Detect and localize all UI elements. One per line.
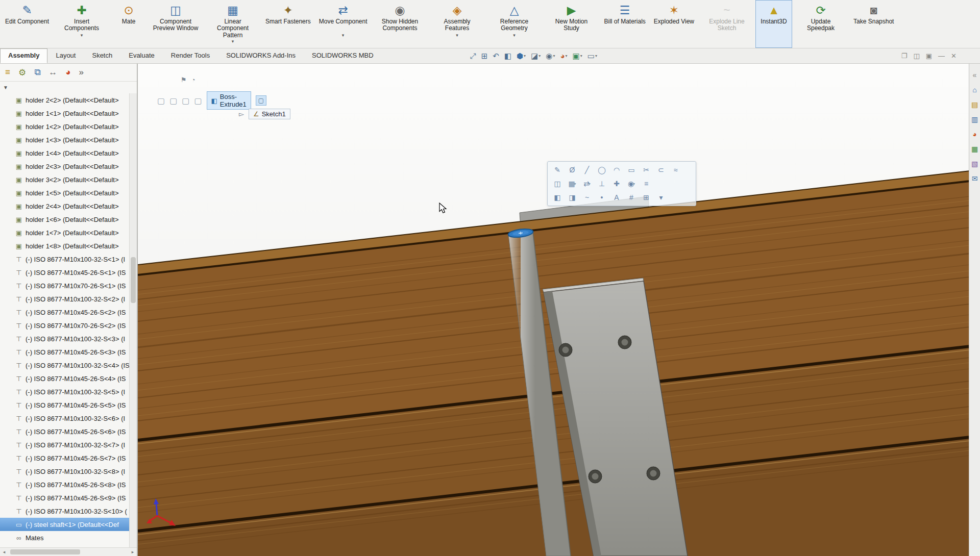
tree-item[interactable]: ▣ holder 1<4> (Default<<Default> — [0, 146, 130, 160]
dropdown-caret-icon[interactable]: ▾ — [342, 33, 345, 38]
tree-item[interactable]: ▣ holder 1<2> (Default<<Default> — [0, 120, 130, 133]
ribbon-tab[interactable]: Layout — [47, 48, 84, 63]
breadcrumb-history-icon[interactable]: ◔ — [191, 76, 195, 84]
tree-flyout-arrow[interactable]: ▼ — [0, 82, 137, 93]
exploded-view-button[interactable]: ✶ Exploded View — [650, 0, 698, 48]
tree-item[interactable]: ⊤ (-) ISO 8677-M10x45-26-S<5> (IS — [0, 398, 130, 412]
instant3d-button[interactable]: ▲ Instant3D — [755, 0, 792, 48]
ribbon-tab[interactable]: Render Tools — [163, 48, 218, 63]
tree-item[interactable]: ⊤ (-) ISO 8677-M10x100-32-S<1> (I — [0, 252, 130, 266]
dropdown-caret-icon[interactable]: ▾ — [633, 182, 635, 186]
text-icon[interactable]: A — [610, 191, 623, 204]
breadcrumb-sketch-chip[interactable]: ∠ Sketch1 — [249, 109, 290, 119]
mirror-entities-icon[interactable]: ◫ — [551, 178, 564, 190]
tree-item[interactable]: ▣ holder 2<3> (Default<<Default> — [0, 160, 130, 173]
plane-icon[interactable]: ◧ — [551, 191, 564, 204]
window-minimize-icon[interactable]: — — [938, 52, 945, 60]
tree-item[interactable]: ⊤ (-) ISO 8677-M10x100-32-S<10> ( — [0, 504, 130, 518]
window-tile-icon[interactable]: ◫ — [914, 52, 920, 60]
taskpane-collapse-icon[interactable]: « — [973, 71, 977, 79]
scenes-icon[interactable]: ▦ — [971, 145, 978, 153]
zoom-to-area-icon[interactable]: ⊞ — [480, 52, 489, 61]
tree-item[interactable]: ▣ holder 3<2> (Default<<Default> — [0, 173, 130, 186]
scrollbar-thumb[interactable] — [10, 549, 80, 554]
view-settings-icon[interactable]: ▭ ▾ — [586, 52, 599, 61]
section-view-icon[interactable]: ◧ — [503, 52, 513, 61]
linear-sketch-pattern-icon[interactable]: ▦ ▾ — [566, 178, 579, 190]
tree-item[interactable]: ▣ holder 1<8> (Default<<Default> — [0, 239, 130, 252]
tree-vertical-scrollbar[interactable] — [129, 93, 137, 548]
tree-item[interactable]: ▭ (-) steel shaft<1> (Default<<Def — [0, 518, 130, 531]
design-library-icon[interactable]: ▤ — [971, 100, 978, 109]
configurationmanager-icon[interactable]: ⧉ — [34, 67, 40, 78]
display-style-icon[interactable]: ◪ ▾ — [529, 52, 542, 61]
more-tools-icon[interactable]: ▾ — [654, 191, 668, 204]
dropdown-caret-icon[interactable]: ▾ — [524, 54, 526, 58]
tree-item[interactable]: ▣ holder 1<7> (Default<<Default> — [0, 226, 130, 239]
ribbon-tab[interactable]: SOLIDWORKS Add-Ins — [218, 48, 304, 63]
ribbon-tab[interactable]: Sketch — [84, 48, 120, 63]
tree-item[interactable]: ▣ holder 2<4> (Default<<Default> — [0, 199, 130, 213]
3d-sketch-icon[interactable]: ◨ — [566, 191, 579, 204]
construction-geometry-icon[interactable]: # — [625, 191, 638, 204]
reference-geometry-button[interactable]: △ Reference Geometry ▾ — [485, 0, 543, 48]
tree-item[interactable]: ⊤ (-) ISO 8677-M10x100-32-S<8> (I — [0, 465, 130, 478]
tree-item[interactable]: ⊤ (-) ISO 8677-M10x45-26-S<3> (IS — [0, 345, 130, 359]
hide-show-items-icon[interactable]: ◉ ▾ — [544, 52, 556, 61]
displaymanager-icon[interactable]: ◕ — [65, 67, 70, 78]
scrollbar-track[interactable] — [8, 548, 129, 556]
home-icon[interactable]: ⌂ — [972, 86, 976, 94]
bill-of-materials-button[interactable]: ☰ Bill of Materials — [600, 0, 649, 48]
tree-item[interactable]: ⊤ (-) ISO 8677-M10x70-26-S<1> (IS — [0, 279, 130, 292]
dropdown-caret-icon[interactable]: ▾ — [456, 33, 458, 38]
line-icon[interactable]: ╱ — [580, 164, 594, 176]
tree-item[interactable]: ⊤ (-) ISO 8677-M10x100-32-S<6> (I — [0, 412, 130, 425]
dropdown-caret-icon[interactable]: ▾ — [81, 33, 83, 38]
tree-item[interactable]: ⊤ (-) ISO 8677-M10x45-26-S<4> (IS — [0, 372, 130, 385]
tree-item[interactable]: ⊤ (-) ISO 8677-M10x100-32-S<7> (I — [0, 438, 130, 451]
tree-item[interactable]: ⊤ (-) ISO 8677-M10x100-32-S<4> (IS — [0, 359, 130, 372]
breadcrumb-pin-icon[interactable]: ⚑ — [181, 76, 187, 84]
view-orientation-icon[interactable]: ⬢ ▾ — [515, 52, 527, 61]
tree-item[interactable]: ⊤ (-) ISO 8677-M10x70-26-S<2> (IS — [0, 319, 130, 332]
window-cascade-icon[interactable]: ❐ — [901, 52, 908, 60]
scroll-right-arrow-icon[interactable]: ▸ — [129, 549, 137, 554]
edit-appearance-icon[interactable]: ◕ ▾ — [558, 52, 569, 60]
window-restore-icon[interactable]: ▣ — [926, 52, 932, 60]
dropdown-caret-icon[interactable]: ▾ — [232, 39, 234, 44]
tree-item[interactable]: ⊤ (-) ISO 8677-M10x100-32-S<2> (I — [0, 292, 130, 306]
tree-item[interactable]: ⊤ (-) ISO 8677-M10x45-26-S<9> (IS — [0, 491, 130, 504]
dropdown-caret-icon[interactable]: ▾ — [513, 33, 516, 38]
assembly-features-button[interactable]: ◈ Assembly Features ▾ — [428, 0, 485, 48]
dropdown-caret-icon[interactable]: ▾ — [538, 54, 541, 58]
new-motion-study-button[interactable]: ▶ New Motion Study — [543, 0, 600, 48]
trim-entities-icon[interactable]: ✂ — [640, 164, 653, 176]
ribbon-tab[interactable]: Assembly — [0, 48, 47, 63]
tree-item[interactable]: ⊤ (-) ISO 8677-M10x100-32-S<3> (I — [0, 332, 130, 345]
previous-view-icon[interactable]: ↶ — [491, 52, 501, 61]
smart-fasteners-button[interactable]: ✦ Smart Fasteners — [261, 0, 315, 48]
dropdown-caret-icon[interactable]: ▾ — [574, 182, 576, 186]
tree-item[interactable]: ▣ holder 1<1> (Default<<Default> — [0, 107, 130, 120]
propertymanager-icon[interactable]: ⚙ — [18, 67, 26, 78]
scroll-left-arrow-icon[interactable]: ◂ — [0, 549, 8, 554]
tree-item[interactable]: ⊤ (-) ISO 8677-M10x45-26-S<7> (IS — [0, 451, 130, 465]
breadcrumb-component-icon[interactable]: ▢ — [169, 96, 177, 106]
sketch-icon[interactable]: ✎ — [551, 164, 564, 176]
circle-icon[interactable]: ◯ — [595, 164, 608, 176]
tree-item[interactable]: ⊤ (-) ISO 8677-M10x45-26-S<6> (IS — [0, 425, 130, 438]
tree-item[interactable]: ▣ holder 1<6> (Default<<Default> — [0, 213, 130, 226]
show-hidden-components-button[interactable]: ◉ Show Hidden Components — [371, 0, 428, 48]
sketch-options-icon[interactable]: ≡ — [640, 178, 653, 190]
breadcrumb-body-icon[interactable]: ▢ — [256, 95, 266, 106]
display-relations-icon[interactable]: ⊥ — [595, 178, 608, 190]
breadcrumb-component-icon[interactable]: ▢ — [157, 96, 165, 106]
convert-entities-icon[interactable]: ⊂ — [654, 164, 668, 176]
breadcrumb-feature-chip[interactable]: ◧ Boss-Extrude1 — [207, 91, 251, 110]
quick-snaps-icon[interactable]: ◉ ▾ — [625, 178, 638, 190]
dropdown-caret-icon[interactable]: ▾ — [595, 54, 597, 58]
edit-component-button[interactable]: ✎ Edit Component — [1, 0, 53, 48]
ribbon-tab[interactable]: SOLIDWORKS MBD — [304, 48, 382, 63]
file-explorer-icon[interactable]: ▥ — [971, 115, 978, 123]
spline-icon[interactable]: ~ — [580, 191, 594, 204]
